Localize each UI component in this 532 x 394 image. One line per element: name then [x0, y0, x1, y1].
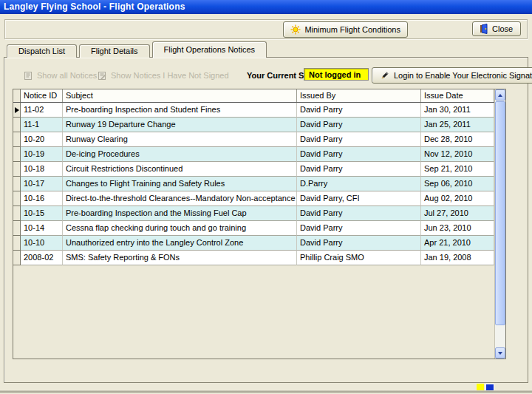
table-row[interactable]: 10-14Cessna flap checking during touch a… — [13, 221, 494, 236]
notices-table-header: Notice ID Subject Issued By Issue Date — [13, 89, 494, 103]
tab-label: Flight Operations Notices — [164, 45, 256, 54]
chevron-up-icon — [498, 94, 502, 97]
record-selector[interactable] — [13, 147, 21, 162]
show-unsigned-notices-label: Show Notices I Have Not Signed — [111, 71, 229, 80]
cell-subject[interactable]: De-icing Procedures — [63, 147, 297, 162]
scroll-up-button[interactable] — [495, 89, 505, 101]
close-button[interactable]: Close — [472, 21, 521, 36]
window-bottom-edge — [0, 390, 532, 393]
tab-label: Dispatch List — [18, 47, 65, 55]
cell-notice-id[interactable]: 11-02 — [21, 103, 63, 118]
table-row[interactable]: 10-15Pre-boarding Inspection and the Mis… — [13, 206, 494, 221]
cell-issue-date[interactable]: Jul 27, 2010 — [421, 206, 494, 221]
table-row[interactable]: 10-17Changes to Flight Training and Safe… — [13, 177, 494, 191]
cell-issued-by[interactable]: David Parry — [297, 132, 421, 147]
cell-notice-id[interactable]: 10-16 — [21, 191, 63, 206]
cell-issue-date[interactable]: Jan 30, 2011 — [421, 103, 494, 118]
cell-issued-by[interactable]: David Parry — [297, 103, 421, 118]
cell-issue-date[interactable]: Jun 23, 2010 — [421, 221, 494, 236]
cell-issue-date[interactable]: Jan 19, 2008 — [421, 251, 494, 265]
scrollbar-thumb[interactable] — [495, 101, 505, 325]
sun-icon — [290, 24, 301, 35]
cell-issue-date[interactable]: Dec 28, 2010 — [421, 132, 494, 147]
record-selector[interactable] — [13, 236, 21, 251]
cell-issue-date[interactable]: Aug 02, 2010 — [421, 191, 494, 206]
cell-issue-date[interactable]: Apr 21, 2010 — [421, 236, 494, 251]
login-signature-label: Login to Enable Your Electronic Signatur… — [394, 71, 532, 80]
cell-issue-date[interactable]: Sep 21, 2010 — [421, 162, 494, 177]
cell-subject[interactable]: Pre-boarding Inspection and the Missing … — [63, 206, 297, 221]
chevron-down-icon — [498, 352, 502, 355]
cell-issued-by[interactable]: David Parry, CFI — [297, 191, 421, 206]
cell-subject[interactable]: SMS: Safety Reporting & FONs — [63, 251, 297, 265]
login-signature-button[interactable]: Login to Enable Your Electronic Signatur… — [372, 67, 532, 84]
record-selector[interactable] — [13, 177, 21, 191]
cell-subject[interactable]: Cessna flap checking during touch and go… — [63, 221, 297, 236]
column-header-issued-by[interactable]: Issued By — [297, 89, 421, 102]
table-row[interactable]: 11-1Runway 19 Departure ChangeDavid Parr… — [13, 118, 494, 132]
cell-issued-by[interactable]: David Parry — [297, 147, 421, 162]
flight-operations-notices-page: Show all Notices Show Notices I Have Not… — [4, 57, 528, 383]
cell-subject[interactable]: Changes to Flight Training and Safety Ru… — [63, 177, 297, 191]
close-label: Close — [492, 24, 513, 33]
cell-notice-id[interactable]: 10-10 — [21, 236, 63, 251]
door-icon — [480, 24, 488, 34]
vertical-scrollbar[interactable] — [494, 89, 505, 359]
cell-issued-by[interactable]: David Parry — [297, 162, 421, 177]
cell-notice-id[interactable]: 10-14 — [21, 221, 63, 236]
cell-issued-by[interactable]: Phillip Craig SMO — [297, 251, 421, 265]
record-selector[interactable] — [13, 191, 21, 206]
minimum-flight-conditions-button[interactable]: Minimum Flight Conditions — [283, 21, 408, 38]
table-row[interactable]: 10-20Runway ClearingDavid ParryDec 28, 2… — [13, 132, 494, 147]
window-titlebar: Langley Flying School - Flight Operation… — [0, 0, 532, 14]
cell-subject[interactable]: Runway Clearing — [63, 132, 297, 147]
show-all-notices-label: Show all Notices — [37, 71, 97, 80]
cell-notice-id[interactable]: 10-15 — [21, 206, 63, 221]
cell-subject[interactable]: Direct-to-the-threshold Clearances--Mand… — [63, 191, 297, 206]
cell-notice-id[interactable]: 10-17 — [21, 177, 63, 191]
table-row[interactable]: 10-18Circuit Restrictions DiscontinuedDa… — [13, 162, 494, 177]
table-row[interactable]: 10-19De-icing ProceduresDavid ParryNov 1… — [13, 147, 494, 162]
notices-table: Notice ID Subject Issued By Issue Date 1… — [13, 89, 506, 359]
record-selector[interactable] — [13, 132, 21, 147]
table-row[interactable]: 2008-02SMS: Safety Reporting & FONsPhill… — [13, 251, 494, 265]
cell-subject[interactable]: Circuit Restrictions Discontinued — [63, 162, 297, 177]
notes-icon — [24, 71, 33, 81]
cell-notice-id[interactable]: 10-19 — [21, 147, 63, 162]
tab-flight-operations-notices[interactable]: Flight Operations Notices — [152, 41, 267, 58]
record-selector[interactable] — [13, 103, 21, 118]
cell-subject[interactable]: Pre-boarding Inspection and Student Fine… — [63, 103, 297, 118]
cell-notice-id[interactable]: 11-1 — [21, 118, 63, 132]
record-selector[interactable] — [13, 118, 21, 132]
table-row[interactable]: 11-02Pre-boarding Inspection and Student… — [13, 103, 494, 118]
cell-issue-date[interactable]: Jan 25, 2011 — [421, 118, 494, 132]
cell-notice-id[interactable]: 10-18 — [21, 162, 63, 177]
record-selector[interactable] — [13, 251, 21, 265]
tab-flight-details[interactable]: Flight Details — [79, 44, 150, 58]
table-row[interactable]: 10-10Unauthorized entry into the Langley… — [13, 236, 494, 251]
cell-issued-by[interactable]: David Parry — [297, 236, 421, 251]
cell-notice-id[interactable]: 2008-02 — [21, 251, 63, 265]
column-header-subject[interactable]: Subject — [63, 89, 297, 102]
cell-issue-date[interactable]: Nov 12, 2010 — [421, 147, 494, 162]
scroll-down-button[interactable] — [495, 347, 505, 359]
show-all-notices-button[interactable]: Show all Notices — [24, 69, 97, 82]
column-header-issue-date[interactable]: Issue Date — [421, 89, 494, 102]
record-pointer-icon — [15, 107, 19, 113]
cell-subject[interactable]: Unauthorized entry into the Langley Cont… — [63, 236, 297, 251]
cell-issued-by[interactable]: David Parry — [297, 221, 421, 236]
cell-issued-by[interactable]: D.Parry — [297, 177, 421, 191]
tab-dispatch-list[interactable]: Dispatch List — [7, 44, 77, 58]
show-unsigned-notices-button[interactable]: Show Notices I Have Not Signed — [98, 69, 229, 82]
record-selector[interactable] — [13, 221, 21, 236]
record-selector[interactable] — [13, 206, 21, 221]
cell-notice-id[interactable]: 10-20 — [21, 132, 63, 147]
column-header-notice-id[interactable]: Notice ID — [21, 89, 63, 102]
cell-issue-date[interactable]: Sep 06, 2010 — [421, 177, 494, 191]
cell-issued-by[interactable]: David Parry — [297, 206, 421, 221]
cell-subject[interactable]: Runway 19 Departure Change — [63, 118, 297, 132]
table-row[interactable]: 10-16Direct-to-the-threshold Clearances-… — [13, 191, 494, 206]
cell-issued-by[interactable]: David Parry — [297, 118, 421, 132]
record-selector[interactable] — [13, 162, 21, 177]
pencil-icon — [380, 71, 389, 81]
